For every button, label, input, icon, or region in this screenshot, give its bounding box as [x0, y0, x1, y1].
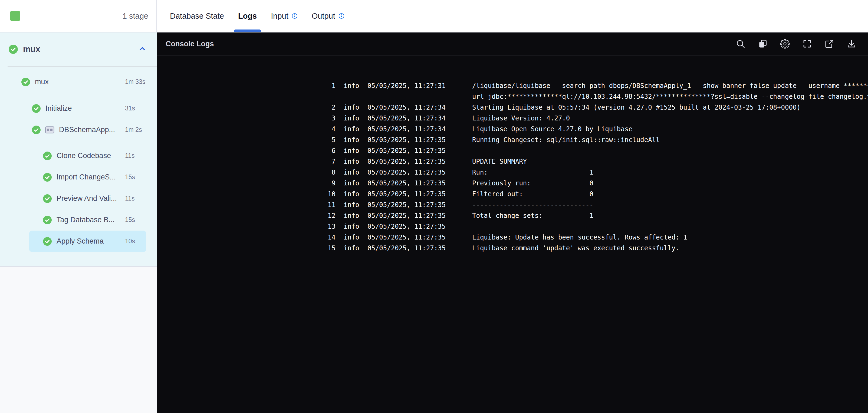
tab-input[interactable]: Input	[271, 0, 298, 32]
console-title: Console Logs	[165, 40, 214, 48]
step-row-apply-schema[interactable]: Apply Schema 10s	[29, 231, 146, 252]
step-duration: 11s	[125, 152, 134, 159]
success-check-icon	[43, 237, 52, 246]
step-label: Preview And Vali...	[57, 194, 117, 203]
log-message: Starting Liquibase at 05:57:34 (version …	[472, 102, 801, 113]
step-duration: 11s	[125, 195, 134, 202]
success-check-icon	[21, 78, 30, 87]
log-message: Liquibase command 'update' was executed …	[472, 243, 679, 254]
step-label: DBSchemaApp...	[59, 125, 115, 134]
log-level: info	[344, 167, 359, 178]
log-timestamp: 05/05/2025, 11:27:35	[367, 232, 446, 243]
tab-label: Input	[271, 12, 288, 21]
log-timestamp: 05/05/2025, 11:27:34	[367, 113, 446, 124]
step-tree: mux 1m 33s Initialize 31s DBSchemaApp...…	[0, 66, 157, 252]
info-icon[interactable]	[339, 13, 344, 19]
success-check-icon	[8, 45, 18, 54]
search-icon[interactable]	[736, 39, 746, 49]
tab-output[interactable]: Output	[312, 0, 344, 32]
log-timestamp: 05/05/2025, 11:27:35	[367, 167, 446, 178]
log-message: Liquibase: Update has been successful. R…	[472, 232, 687, 243]
log-line-number: 9	[319, 178, 336, 189]
console-log-area: 1 info 05/05/2025, 11:27:31 /liquibase/l…	[157, 56, 868, 254]
tab-label: Database State	[170, 12, 224, 21]
log-line: 14 info 05/05/2025, 11:27:35 Liquibase: …	[157, 232, 857, 243]
log-timestamp: 05/05/2025, 11:27:35	[367, 221, 446, 232]
log-level: info	[344, 232, 359, 243]
log-timestamp: 05/05/2025, 11:27:35	[367, 200, 446, 210]
log-line-number: 12	[319, 210, 336, 221]
success-check-icon	[43, 173, 52, 182]
step-group-icon	[45, 126, 54, 134]
step-duration: 31s	[125, 105, 135, 112]
log-timestamp: 05/05/2025, 11:27:35	[367, 243, 446, 254]
log-message: Liquibase Version: 4.27.0	[472, 113, 570, 124]
success-check-icon	[32, 104, 41, 113]
stage-status-square	[10, 11, 20, 21]
top-bar: 1 stage Database State Logs Input Output	[0, 0, 868, 32]
console-panel: Console Logs	[157, 32, 868, 413]
step-duration: 15s	[125, 174, 135, 181]
log-message: Run: 1	[472, 167, 593, 178]
log-line: 15 info 05/05/2025, 11:27:35 Liquibase c…	[157, 243, 857, 254]
log-line-number: 15	[319, 243, 336, 254]
log-level: info	[344, 113, 359, 124]
log-line-number: 14	[319, 232, 336, 243]
tab-bar: Database State Logs Input Output	[170, 0, 344, 32]
step-label: Initialize	[45, 104, 72, 113]
log-line: 7 info 05/05/2025, 11:27:35 UPDATE SUMMA…	[157, 156, 857, 167]
step-row-preview-and-vali[interactable]: Preview And Vali... 11s	[0, 188, 157, 209]
tab-database-state[interactable]: Database State	[170, 0, 224, 32]
chevron-up-icon[interactable]	[138, 45, 147, 54]
step-duration: 1m 33s	[125, 78, 145, 86]
download-icon[interactable]	[846, 39, 857, 49]
tab-logs[interactable]: Logs	[238, 0, 257, 32]
log-message: /liquibase/liquibase --search-path dbops…	[472, 80, 868, 102]
tab-label: Logs	[238, 12, 257, 21]
log-level: info	[344, 221, 359, 232]
log-message: Filtered out: 0	[472, 189, 593, 200]
stage-name: mux	[23, 45, 138, 54]
step-label: Clone Codebase	[57, 152, 111, 160]
log-level: info	[344, 243, 359, 254]
info-icon[interactable]	[292, 13, 298, 19]
open-in-new-icon[interactable]	[824, 39, 834, 49]
stage-summary: 1 stage	[0, 0, 157, 32]
fullscreen-icon[interactable]	[802, 39, 812, 49]
stage-count-label: 1 stage	[123, 12, 148, 21]
log-message: Liquibase Open Source 4.27.0 by Liquibas…	[472, 124, 632, 135]
step-row-tag-database-b[interactable]: Tag Database B... 15s	[0, 209, 157, 231]
log-line-number: 8	[319, 167, 336, 178]
step-row-import-changes[interactable]: Import ChangeS... 15s	[0, 167, 157, 188]
log-level: info	[344, 124, 359, 135]
step-row-dbschemaapp[interactable]: DBSchemaApp... 1m 2s	[0, 119, 157, 141]
log-line: 13 info 05/05/2025, 11:27:35	[157, 221, 857, 232]
log-line: 6 info 05/05/2025, 11:27:35	[157, 145, 857, 156]
log-timestamp: 05/05/2025, 11:27:35	[367, 178, 446, 189]
settings-gear-icon[interactable]	[780, 39, 790, 49]
log-level: info	[344, 178, 359, 189]
log-timestamp: 05/05/2025, 11:27:34	[367, 102, 446, 113]
log-line: 8 info 05/05/2025, 11:27:35 Run: 1	[157, 167, 857, 178]
step-row-mux[interactable]: mux 1m 33s	[0, 71, 157, 93]
stage-header-mux[interactable]: mux	[0, 32, 157, 66]
log-line: 5 info 05/05/2025, 11:27:35 Running Chan…	[157, 135, 857, 145]
step-duration: 15s	[125, 216, 135, 224]
log-line-number: 6	[319, 145, 336, 156]
log-line-number: 3	[319, 113, 336, 124]
log-timestamp: 05/05/2025, 11:27:35	[367, 135, 446, 145]
log-level: info	[344, 189, 359, 200]
step-duration: 1m 2s	[125, 126, 142, 134]
success-check-icon	[43, 215, 52, 225]
copy-icon[interactable]	[757, 39, 768, 49]
log-line-number: 11	[319, 200, 336, 210]
log-level: info	[344, 210, 359, 221]
step-label: Import ChangeS...	[57, 173, 116, 181]
log-message: Total change sets: 1	[472, 210, 593, 221]
log-line-number: 2	[319, 102, 336, 113]
step-row-clone-codebase[interactable]: Clone Codebase 11s	[0, 145, 157, 167]
log-timestamp: 05/05/2025, 11:27:35	[367, 145, 446, 156]
log-level: info	[344, 135, 359, 145]
log-line-number: 7	[319, 156, 336, 167]
step-row-initialize[interactable]: Initialize 31s	[0, 98, 157, 119]
